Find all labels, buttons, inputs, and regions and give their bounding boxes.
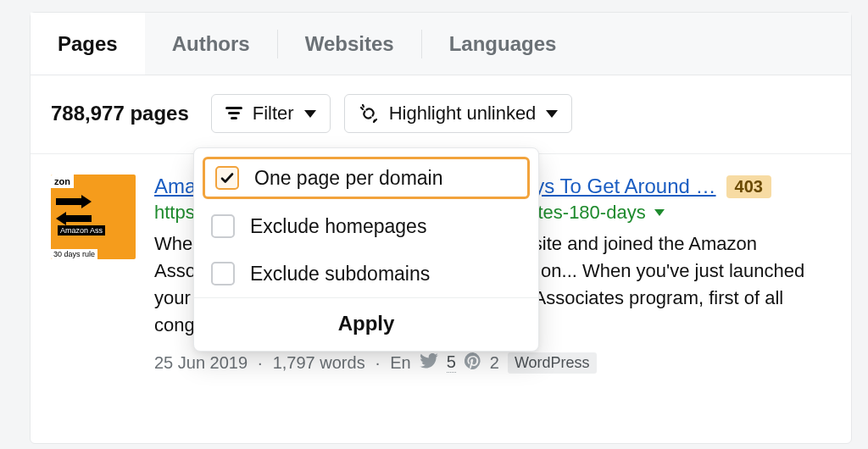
result-count: 788,977 pages [51,102,189,125]
checkbox-checked-icon [215,166,239,190]
platform-tag: WordPress [508,352,597,374]
thumb-top-label: zon [51,175,74,188]
url-chevron-down-icon[interactable] [654,209,665,216]
result-badge: 403 [726,175,771,198]
filter-dropdown-panel: One page per domain Exclude homepages Ex… [193,147,539,352]
unlinked-icon [359,103,379,124]
svg-line-6 [374,120,375,122]
chevron-down-icon [304,110,316,118]
filter-label: Filter [253,103,294,125]
result-meta: 25 Jun 2019 1,797 words En 5 2 WordPress [154,352,831,374]
svg-line-3 [361,108,363,109]
filter-apply-button[interactable]: Apply [194,297,538,351]
svg-rect-0 [225,107,242,109]
result-word-count: 1,797 words [273,353,365,373]
thumb-mid-label: Amazon Ass [58,225,105,236]
svg-line-4 [363,105,364,107]
filter-option-one-page-per-domain[interactable]: One page per domain [203,157,530,199]
twitter-count[interactable]: 5 [447,352,456,373]
tabs-bar: Pages Authors Websites Languages [31,13,851,75]
chevron-down-icon [546,110,558,118]
result-thumbnail: zon Amazon Ass 30 days rule [51,175,136,259]
twitter-icon [420,353,438,373]
filter-icon [225,106,242,121]
filter-option-label: Exclude subdomains [250,263,430,285]
result-date: 25 Jun 2019 [154,353,248,373]
toolbar: 788,977 pages Filter [31,75,851,153]
filter-option-exclude-subdomains[interactable]: Exclude subdomains [194,250,538,297]
highlight-label: Highlight unlinked [389,103,537,125]
checkbox-unchecked-icon [211,214,235,238]
tab-pages[interactable]: Pages [31,13,145,75]
checkbox-unchecked-icon [211,262,235,285]
pinterest-count: 2 [490,353,499,373]
filter-button[interactable]: Filter [211,94,331,133]
thumb-bottom-label: 30 days rule [51,249,97,259]
svg-rect-2 [231,117,237,119]
tab-languages[interactable]: Languages [422,13,584,75]
result-lang: En [390,353,410,373]
tab-websites[interactable]: Websites [278,13,421,75]
filter-option-label: Exclude homepages [250,215,426,238]
pinterest-icon [465,352,481,374]
filter-option-exclude-homepages[interactable]: Exclude homepages [194,202,538,250]
svg-rect-1 [228,112,240,114]
filter-option-label: One page per domain [254,167,443,190]
highlight-unlinked-button[interactable]: Highlight unlinked [344,94,573,133]
tab-authors[interactable]: Authors [145,13,277,75]
